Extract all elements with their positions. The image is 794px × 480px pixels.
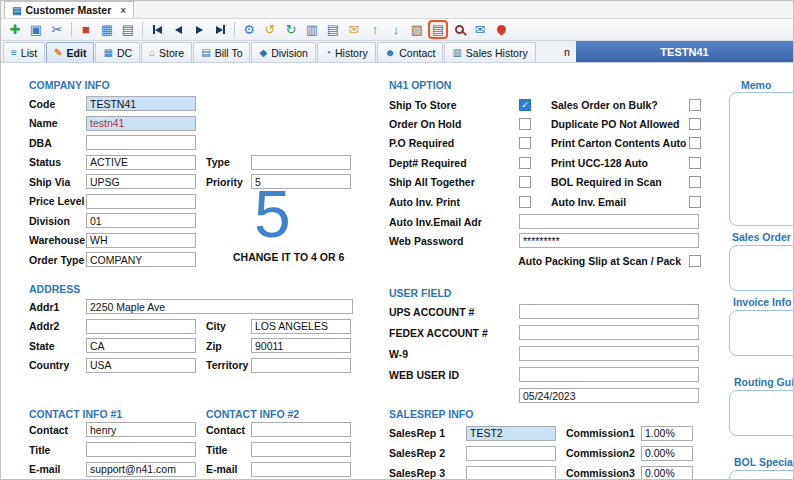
salesrep-input[interactable] (466, 466, 556, 480)
name-input[interactable]: testn41 (86, 116, 196, 131)
new-icon[interactable]: ✚ (5, 20, 25, 39)
upload-icon[interactable]: ↑ (365, 20, 385, 39)
print-icon[interactable]: ▤ (118, 20, 138, 39)
report-icon[interactable]: ▤ (323, 20, 343, 39)
window-tab-bar: ▤ Customer Master × (1, 1, 793, 19)
contact1-email-input[interactable]: support@n41.com (86, 462, 196, 477)
checkbox-ship-to-store[interactable]: ✓ (519, 99, 531, 111)
mail-icon[interactable]: ✉ (344, 20, 364, 39)
tab-store[interactable]: ⌂Store (141, 42, 192, 62)
send-mail-icon[interactable]: ✉ (470, 20, 490, 39)
checkbox-duplicate-po-not-allowed[interactable] (689, 118, 701, 130)
delete-icon[interactable]: ■ (76, 20, 96, 39)
tab-bill-to[interactable]: ▤Bill To (193, 42, 250, 62)
warehouse-input[interactable]: WH (86, 233, 196, 248)
commission-input[interactable]: 0.00% (641, 466, 693, 480)
ship-via-input[interactable]: UPSG (86, 174, 196, 189)
report-icon-glyph: ▤ (327, 23, 339, 36)
contact2-email-input[interactable] (251, 462, 351, 477)
memo-box[interactable] (729, 92, 793, 226)
settings-gear-icon[interactable]: ⚙ (239, 20, 259, 39)
state-input[interactable]: CA (86, 338, 196, 353)
contact1-title-row: Title (29, 440, 196, 460)
web-password-input[interactable]: ********* (519, 233, 699, 248)
document-scan-icon[interactable]: ▤ (428, 20, 448, 39)
price-level-input[interactable] (86, 194, 196, 209)
addr1-input[interactable]: 2250 Maple Ave (86, 299, 353, 314)
close-tab-icon[interactable]: × (120, 5, 126, 16)
tab-edit[interactable]: ✎Edit (46, 42, 94, 62)
n41-option-title: N41 OPTION (389, 79, 701, 91)
tab-contact[interactable]: ☻Contact (377, 42, 444, 62)
send-mail-icon-glyph: ✉ (475, 23, 486, 36)
contact2-contact-input[interactable] (251, 422, 351, 437)
user-field-input[interactable]: 05/24/2023 (519, 388, 699, 403)
user-field-input[interactable] (519, 367, 699, 382)
status-input[interactable]: ACTIVE (86, 155, 196, 170)
option-label-dept-required: Dept# Required (389, 157, 519, 169)
document-tab-customer-master[interactable]: ▤ Customer Master × (4, 1, 134, 18)
open-folder-icon[interactable]: ▣ (26, 20, 46, 39)
salesrep-input[interactable]: TEST2 (466, 426, 556, 441)
undo-icon[interactable]: ↺ (260, 20, 280, 39)
tab-label: Contact (399, 47, 435, 59)
commission-label-commission1: Commission1 (566, 427, 638, 439)
user-field-input[interactable] (519, 325, 699, 340)
checkbox-order-on-hold[interactable] (519, 118, 531, 130)
sales-order-box[interactable] (729, 245, 793, 291)
previous-record-icon[interactable] (168, 20, 188, 39)
routing-guide-box[interactable] (729, 390, 793, 436)
user-field-input[interactable] (519, 346, 699, 361)
code-input[interactable]: TESTN41 (86, 96, 196, 111)
code-row: Code TESTN41 (29, 94, 351, 114)
order-type-input[interactable]: COMPANY (86, 252, 196, 267)
cut-icon[interactable]: ✂ (47, 20, 67, 39)
checkbox-bol-required-in-scan[interactable] (689, 176, 701, 188)
checkbox-auto-packing-slip[interactable] (689, 255, 701, 267)
territory-input[interactable] (251, 358, 351, 373)
checkbox-auto-inv-email[interactable] (689, 196, 701, 208)
package-icon[interactable]: ▧ (407, 20, 427, 39)
checkbox-p-o-required[interactable] (519, 137, 531, 149)
checkbox-auto-inv-print[interactable] (519, 196, 531, 208)
addr2-input[interactable] (86, 319, 196, 334)
download-icon[interactable]: ↓ (386, 20, 406, 39)
user-field-input[interactable] (519, 304, 699, 319)
auto-inv-email-input[interactable] (519, 214, 699, 229)
tab-dc[interactable]: ▦DC (95, 42, 140, 62)
type-input[interactable] (251, 155, 351, 170)
bol-special-box[interactable] (729, 470, 793, 479)
first-record-icon[interactable] (147, 20, 167, 39)
next-record-icon[interactable] (189, 20, 209, 39)
search-icon[interactable] (449, 20, 469, 39)
city-input[interactable]: LOS ANGELES (251, 319, 351, 334)
option-row: Dept# RequiredPrint UCC-128 Auto (389, 153, 701, 172)
checkbox-print-carton-contents-auto[interactable] (689, 137, 701, 149)
last-record-icon[interactable] (210, 20, 230, 39)
tab-list[interactable]: ≡List (3, 42, 45, 62)
tab-history[interactable]: ◔History (317, 42, 376, 62)
tab-label: Division (271, 47, 308, 59)
division-input[interactable]: 01 (86, 213, 196, 228)
checkbox-sales-order-on-bulk[interactable] (689, 99, 701, 111)
salesrep-input[interactable] (466, 446, 556, 461)
location-pin-icon[interactable] (491, 20, 511, 39)
invoice-info-box[interactable] (729, 310, 793, 356)
tab-division[interactable]: ◆Division (251, 42, 315, 62)
checkbox-print-ucc-128-auto[interactable] (689, 157, 701, 169)
contact1-title-input[interactable] (86, 442, 196, 457)
contact2-title-input[interactable] (251, 442, 351, 457)
checkbox-ship-all-together[interactable] (519, 176, 531, 188)
save-icon[interactable]: ▦ (97, 20, 117, 39)
checkbox-dept-required[interactable] (519, 157, 531, 169)
contact1-contact-input[interactable]: henry (86, 422, 196, 437)
tab-sales-history[interactable]: ▥Sales History (444, 42, 535, 62)
refresh-icon[interactable]: ↻ (281, 20, 301, 39)
zip-input[interactable]: 90011 (251, 338, 351, 353)
commission-input[interactable]: 0.00% (641, 446, 693, 461)
copy-document-icon[interactable]: ▥ (302, 20, 322, 39)
commission-input[interactable]: 1.00% (641, 426, 693, 441)
country-input[interactable]: USA (86, 358, 196, 373)
dba-input[interactable] (86, 135, 196, 150)
salesrep-label-salesrep-3: SalesRep 3 (389, 467, 466, 479)
